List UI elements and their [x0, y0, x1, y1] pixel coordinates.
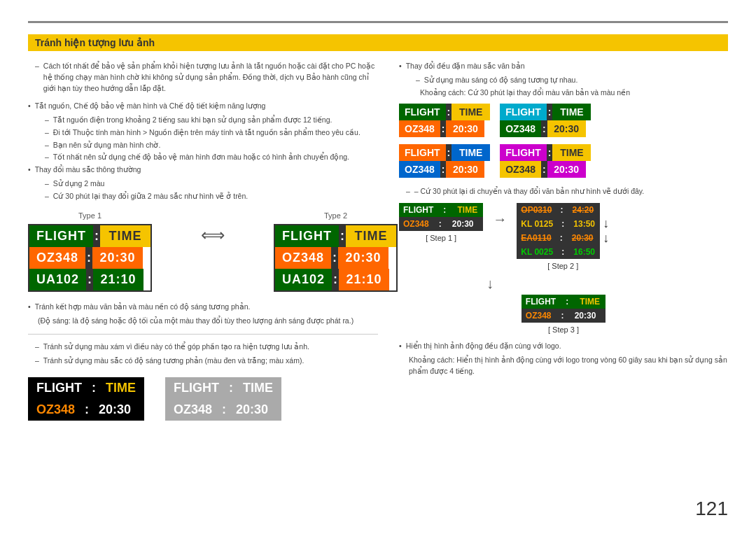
gray-flight: FLIGHT	[165, 377, 227, 399]
mb3-2030: 20:30	[446, 161, 484, 178]
bullet-1-sub-2: Đi tới Thuộc tính màn hình > Nguồn điện …	[28, 127, 378, 139]
s3-time: TIME	[574, 295, 606, 309]
top-divider	[28, 21, 728, 23]
dash-gray-2: Tránh sử dụng màu sắc có độ sáng tương p…	[28, 356, 378, 367]
t1-colon3: :	[86, 269, 93, 290]
black-time: TIME	[97, 377, 144, 399]
divider-1	[28, 334, 378, 335]
right-sub-1: Sử dụng màu sáng có độ sáng tương tự nha…	[399, 75, 728, 86]
bullet-2: Thay đổi màu sắc thông thường	[28, 164, 378, 176]
s3-oz: OZ348	[522, 309, 556, 323]
s1-time: TIME	[451, 203, 483, 217]
t2-oz-cell: OZ348	[275, 247, 331, 269]
s2-colon2: :	[557, 217, 568, 231]
step3-label: [ Step 3 ]	[548, 325, 579, 334]
s2-2030s: 20:30	[567, 231, 598, 245]
t1-2030-cell: 20:30	[92, 247, 143, 269]
t1-colon1: :	[93, 225, 100, 247]
t2-colon3: :	[332, 269, 339, 290]
right-footer-bullet-2: Khoảng cách: Hiển thị hình ảnh động cùng…	[399, 355, 728, 377]
t1-oz-cell: OZ348	[29, 247, 85, 269]
mb3-colon1: :	[446, 144, 452, 161]
mb1-colon1: :	[446, 104, 452, 120]
s3-2030: 20:30	[570, 309, 601, 323]
step2-board: OP0310 : 24:20 KL 0125 : 13:50 EA0110	[517, 203, 600, 259]
t2-time-cell: TIME	[346, 225, 396, 247]
step3-block: FLIGHT : TIME OZ348 : 20:30 [ Step 3 ]	[399, 295, 728, 334]
after-bullet-1-sub: (Độ sáng: là độ sáng hoặc độ tối của một…	[28, 316, 378, 327]
t1-flight-cell: FLIGHT	[29, 225, 93, 247]
s2-2420: 24:20	[567, 203, 598, 217]
t2-2030-cell: 20:30	[338, 247, 388, 269]
black-board: FLIGHT : TIME OZ348 : 20:30	[28, 377, 144, 421]
t1-colon2: :	[85, 247, 92, 269]
s2-1350: 13:50	[568, 217, 600, 231]
black-2030: 20:30	[90, 399, 139, 421]
step1-block: FLIGHT : TIME OZ348 : 20:30 [ Step 1 ]	[399, 203, 483, 242]
step-down-arrow: ↓	[486, 276, 493, 292]
mb1-colon2: :	[440, 120, 447, 137]
gray-oz: OZ348	[165, 399, 220, 421]
gray-time: TIME	[234, 377, 281, 399]
section-title: Tránh hiện tượng lưu ảnh	[28, 34, 728, 51]
black-flight: FLIGHT	[28, 377, 90, 399]
type2-container: Type 2 FLIGHT : TIME OZ348 : 20:30	[274, 211, 398, 292]
s2-op: OP0310	[517, 203, 556, 217]
t2-2110-cell: 21:10	[339, 269, 389, 290]
s2-colon3: :	[556, 231, 567, 245]
t1-ua-cell: UA102	[29, 269, 86, 290]
t2-colon2: :	[331, 247, 338, 269]
mb2-time: TIME	[552, 104, 591, 120]
mb2-colon1: :	[547, 104, 553, 120]
mb1-time: TIME	[451, 104, 490, 120]
black-colon1: :	[90, 377, 97, 399]
t1-time-cell: TIME	[100, 225, 150, 247]
step-desc: – Cứ 30 phút lại di chuyển và thay đổi v…	[399, 186, 728, 197]
mb2-2030: 20:30	[547, 120, 586, 137]
mb3-flight: FLIGHT	[399, 144, 446, 161]
mb1-oz: OZ348	[399, 120, 440, 137]
mb1-2030: 20:30	[446, 120, 484, 137]
s1-oz: OZ348	[399, 217, 433, 231]
mini-board-cyan-green: FLIGHT : TIME OZ348 : 20:30	[500, 104, 591, 137]
s2-colon1: :	[556, 203, 567, 217]
black-colon2: :	[83, 399, 90, 421]
t1-2110-cell: 21:10	[93, 269, 144, 290]
bullet-1-sub-4: Tốt nhất nên sử dụng chế độ bảo vệ màn h…	[28, 152, 378, 163]
step1-label: [ Step 1 ]	[426, 234, 456, 242]
page-number: 121	[695, 498, 728, 520]
mini-board-orange-blue: FLIGHT : TIME OZ348 : 20:30	[399, 144, 490, 178]
s3-colon1: :	[560, 295, 574, 309]
bullet-2-sub-1: Sử dụng 2 màu	[28, 178, 378, 190]
s3-flight: FLIGHT	[522, 295, 560, 309]
step2-block: OP0310 : 24:20 KL 0125 : 13:50 EA0110	[517, 203, 609, 270]
s2-kl: KL 0125	[517, 217, 557, 231]
after-bullet-1: Tránh kết hợp màu văn bản và màu nền có …	[28, 302, 378, 313]
mb4-colon1: :	[547, 144, 553, 161]
mb4-oz: OZ348	[500, 161, 541, 178]
dash-gray-1: Tránh sử dụng màu xám vì điều này có thể…	[28, 342, 378, 353]
mb3-colon2: :	[440, 161, 447, 178]
mini-board-green-yellow: FLIGHT : TIME OZ348 : 20:30	[399, 104, 490, 137]
down-arrows: ↓ ↓	[603, 216, 609, 246]
bullet-1-sub-1: Tắt nguồn điện trong khoảng 2 tiếng sau …	[28, 115, 378, 126]
step1-board: FLIGHT : TIME OZ348 : 20:30	[399, 203, 483, 231]
mb3-oz: OZ348	[399, 161, 440, 178]
type2-board: FLIGHT : TIME OZ348 : 20:30 UA102 :	[274, 224, 398, 292]
s1-flight: FLIGHT	[399, 203, 438, 217]
mini-board-magenta-yellow: FLIGHT : TIME OZ348 : 20:30	[500, 144, 591, 178]
black-oz: OZ348	[28, 399, 83, 421]
s3-colon2: :	[556, 309, 570, 323]
t2-flight-cell: FLIGHT	[275, 225, 339, 247]
s1-colon1: :	[438, 203, 451, 217]
step3-board: FLIGHT : TIME OZ348 : 20:30	[522, 295, 606, 323]
right-footer-bullet-1: Hiển thị hình ảnh động đều đặn cùng với …	[399, 341, 728, 352]
s2-colon4: :	[557, 245, 568, 259]
type-arrow: ⟺	[194, 225, 232, 245]
step-right-arrow: →	[493, 211, 507, 227]
bullet-1-sub-3: Bạn nên sử dụng màn hình chờ.	[28, 140, 378, 151]
bullet-1: Tắt nguồn, Chế độ bảo vệ màn hình và Chế…	[28, 101, 378, 112]
s1-colon2: :	[433, 217, 447, 231]
t2-ua-cell: UA102	[275, 269, 332, 290]
mb4-colon2: :	[541, 161, 547, 178]
